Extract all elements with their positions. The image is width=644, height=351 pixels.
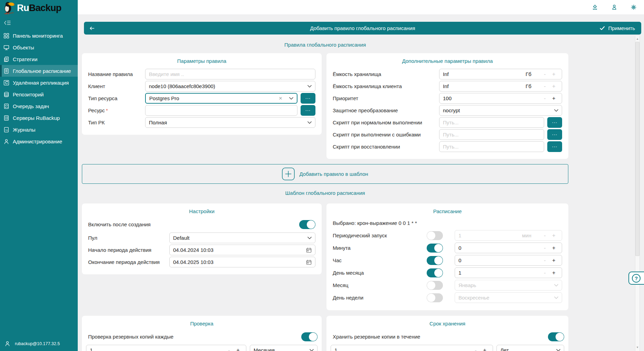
resource-input[interactable]: [145, 105, 297, 116]
retention-interval-stepper[interactable]: 1 - +: [331, 345, 493, 351]
period-end-input[interactable]: 04.04.2025 10:03: [169, 257, 315, 267]
hour-toggle[interactable]: [427, 256, 443, 265]
increment-button[interactable]: +: [549, 95, 558, 102]
resource-type-browse-button[interactable]: ...: [301, 93, 315, 104]
weekday-toggle[interactable]: [427, 293, 443, 302]
collapse-sidebar-icon[interactable]: [4, 20, 11, 26]
sidebar-item-monitoring[interactable]: Панель мониторинга: [0, 30, 78, 41]
check-icon: [599, 26, 605, 31]
increment-button[interactable]: +: [480, 347, 489, 351]
minute-row: Минута 0 - +: [333, 243, 562, 253]
app-window: RuBackup Панель мониторинга Объекты: [0, 0, 644, 351]
sidebar-item-logs[interactable]: log Журналы: [0, 124, 78, 135]
periodic-run-toggle[interactable]: [427, 231, 443, 240]
decrement-button[interactable]: -: [471, 347, 480, 351]
priority-stepper[interactable]: 100 - +: [439, 93, 562, 104]
decrement-button[interactable]: -: [225, 347, 234, 351]
day-of-month-toggle[interactable]: [427, 268, 443, 277]
chevron-down-icon: [307, 121, 312, 124]
day-of-month-value: 1: [458, 270, 540, 276]
script-ok-browse-button[interactable]: ...: [547, 117, 562, 128]
decrement-button[interactable]: -: [540, 95, 549, 102]
user-icon: [4, 341, 10, 347]
script-restore-input[interactable]: [439, 141, 544, 152]
increment-button[interactable]: +: [549, 257, 558, 264]
verify-unit-select[interactable]: Месяцев: [250, 345, 318, 351]
chevron-down-icon: [554, 109, 558, 112]
script-error-input[interactable]: [439, 129, 544, 140]
rule-name-input[interactable]: [145, 69, 315, 79]
topbar: [78, 0, 644, 15]
help-button[interactable]: ?: [628, 272, 644, 285]
decrement-button[interactable]: -: [540, 270, 549, 276]
add-rule-to-template-button[interactable]: Добавить правило в шаблон: [82, 164, 568, 184]
user-icon[interactable]: [611, 4, 618, 11]
minute-stepper[interactable]: 0 - +: [455, 243, 562, 253]
scroll-up-arrow[interactable]: ▲: [635, 36, 640, 41]
client-value: node10 (806aacefc80e3900): [149, 83, 305, 89]
retention-label: Хранить резервные копии в течение: [333, 334, 548, 340]
vertical-scrollbar[interactable]: ▲ ▼: [635, 36, 640, 351]
resource-type-select[interactable]: Postgres Pro ×: [145, 93, 297, 104]
enable-after-create-row: Включить после создания: [88, 219, 315, 230]
upload-icon[interactable]: [591, 4, 598, 11]
verify-toggle[interactable]: [301, 332, 318, 341]
script-ok-input[interactable]: [439, 117, 544, 128]
decrement-button[interactable]: -: [540, 257, 549, 264]
toggle-knob: [427, 281, 435, 290]
day-of-month-stepper[interactable]: 1 - +: [455, 267, 562, 278]
sidebar-item-objects[interactable]: Объекты: [0, 41, 78, 53]
enable-after-create-toggle[interactable]: [299, 220, 315, 229]
sidebar-item-task-queue[interactable]: Очередь задач: [0, 100, 78, 112]
decrement-button[interactable]: -: [540, 233, 549, 239]
month-toggle[interactable]: [427, 281, 443, 290]
retention-unit-select[interactable]: Лет: [496, 345, 564, 351]
sidebar-item-strategies[interactable]: Стратегии: [0, 53, 78, 65]
client-capacity-stepper[interactable]: Inf Гб - +: [439, 81, 562, 92]
retention-toggle[interactable]: [548, 332, 564, 341]
weekday-select[interactable]: Воскресенье: [455, 292, 562, 303]
backup-type-select[interactable]: Полная: [145, 117, 315, 128]
crypto-select[interactable]: nocrypt: [439, 105, 562, 116]
increment-button[interactable]: +: [549, 233, 558, 239]
backup-type-label: Тип РК: [88, 120, 145, 125]
increment-button[interactable]: +: [234, 347, 243, 351]
increment-button[interactable]: +: [549, 270, 558, 276]
crypto-value: nocrypt: [443, 107, 551, 113]
sidebar-item-global-schedule[interactable]: Глобальное расписание: [0, 65, 78, 77]
increment-button[interactable]: +: [549, 83, 558, 89]
calendar-icon[interactable]: [306, 259, 312, 265]
weekday-value: Воскресенье: [458, 295, 551, 301]
decrement-button[interactable]: -: [540, 71, 549, 77]
pool-select[interactable]: Default: [169, 233, 315, 243]
storage-capacity-stepper[interactable]: Inf Гб - +: [439, 69, 562, 79]
script-restore-browse-button[interactable]: ...: [547, 141, 562, 152]
increment-button[interactable]: +: [549, 245, 558, 251]
hour-stepper[interactable]: 0 - +: [455, 255, 562, 266]
calendar-icon[interactable]: [306, 247, 312, 253]
script-error-browse-button[interactable]: ...: [547, 129, 562, 140]
schedule-panel: Расписание Выбрано: крон-выражение 0 0 1…: [326, 203, 568, 310]
settings-gear-icon[interactable]: [630, 4, 637, 11]
sidebar-item-administration[interactable]: Администрирование: [0, 135, 78, 147]
decrement-button[interactable]: -: [540, 245, 549, 251]
scroll-down-arrow[interactable]: ▼: [635, 345, 640, 350]
sidebar-item-label: Объекты: [13, 45, 34, 50]
periodic-run-stepper[interactable]: 1 мин - +: [455, 230, 562, 241]
sidebar-item-servers[interactable]: Серверы RuBackup: [0, 112, 78, 124]
month-select[interactable]: Январь: [455, 280, 562, 291]
decrement-button[interactable]: -: [540, 83, 549, 89]
resource-browse-button[interactable]: ...: [301, 105, 315, 116]
clear-selection-icon[interactable]: ×: [279, 95, 282, 101]
sidebar-item-repository[interactable]: Репозиторий: [0, 88, 78, 100]
verify-interval-stepper[interactable]: 1 - +: [86, 345, 246, 351]
client-select[interactable]: node10 (806aacefc80e3900): [145, 81, 315, 92]
pool-label: Пул: [88, 235, 169, 241]
apply-button[interactable]: Применить: [599, 25, 641, 31]
scrollbar-thumb[interactable]: [635, 42, 640, 256]
back-button[interactable]: [84, 22, 100, 35]
increment-button[interactable]: +: [549, 71, 558, 77]
sidebar-item-remote-replication[interactable]: Удалённая репликация: [0, 77, 78, 88]
period-start-input[interactable]: 04.04.2024 10:03: [169, 245, 315, 255]
minute-toggle[interactable]: [427, 244, 443, 253]
